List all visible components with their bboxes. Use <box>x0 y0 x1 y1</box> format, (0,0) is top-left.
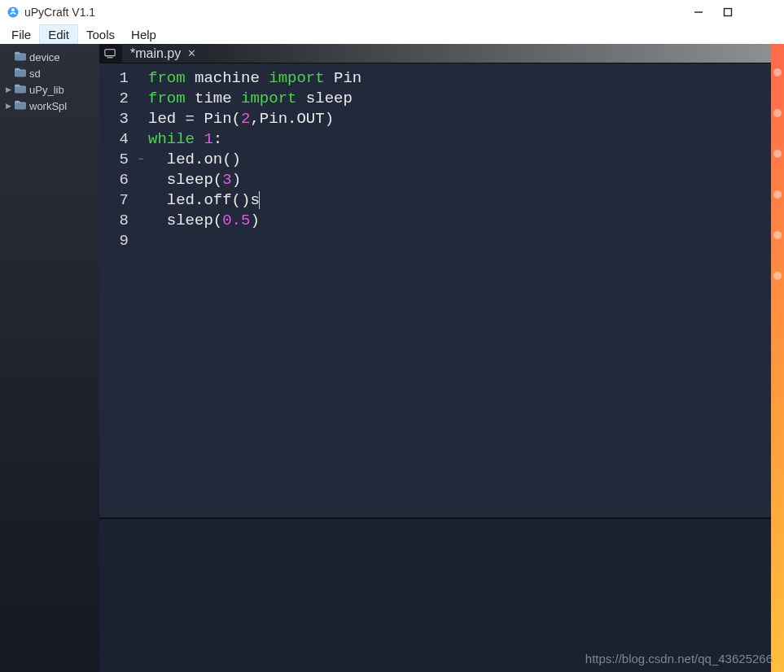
code-line[interactable]: led.off()s <box>148 190 361 211</box>
folder-icon <box>15 100 26 112</box>
code-line[interactable]: while 1: <box>148 129 361 150</box>
line-number: 6 <box>99 170 129 190</box>
expand-arrow-icon[interactable]: ▶ <box>5 102 11 110</box>
line-number: 7 <box>99 190 129 211</box>
svg-rect-3 <box>725 9 732 16</box>
tabstrip: *main.py ✕ <box>99 44 771 63</box>
svg-rect-9 <box>15 103 26 109</box>
tab-main-py[interactable]: *main.py ✕ <box>122 45 203 63</box>
line-number: 5 <box>99 150 129 170</box>
right-tool-2[interactable] <box>773 109 782 117</box>
line-number: 1 <box>99 68 129 89</box>
code-line[interactable]: sleep(0.5) <box>148 211 361 231</box>
right-tool-5[interactable] <box>773 231 782 239</box>
menubar: File Edit Tools Help <box>0 24 784 44</box>
svg-point-1 <box>11 8 15 11</box>
maximize-button[interactable] <box>722 7 734 18</box>
code-editor[interactable]: 123456789 − from machine import Pinfrom … <box>99 63 771 517</box>
svg-rect-7 <box>15 70 26 76</box>
tree-item-uPy_lib[interactable]: ▶uPy_lib <box>0 81 99 98</box>
code-line[interactable]: from machine import Pin <box>148 68 361 89</box>
expand-arrow-icon[interactable]: ▶ <box>5 85 11 94</box>
menu-help[interactable]: Help <box>123 24 164 44</box>
tab-label: *main.py <box>130 46 181 61</box>
right-tool-4[interactable] <box>773 190 782 199</box>
svg-rect-8 <box>15 86 26 93</box>
right-tool-1[interactable] <box>773 68 782 76</box>
line-gutter: 123456789 <box>99 63 135 517</box>
tree-item-label: uPy_lib <box>29 84 64 96</box>
svg-rect-6 <box>15 54 26 60</box>
text-cursor <box>259 191 260 209</box>
fold-toggle-icon[interactable]: − <box>135 150 147 170</box>
svg-rect-10 <box>105 49 115 55</box>
right-toolbar <box>771 44 784 672</box>
menu-edit[interactable]: Edit <box>39 24 78 44</box>
tree-item-label: workSpl <box>29 100 67 112</box>
app-icon <box>7 6 20 19</box>
folder-icon <box>15 51 26 63</box>
file-tree: devicesd▶uPy_lib▶workSpl <box>0 44 99 672</box>
device-icon[interactable] <box>101 45 119 63</box>
titlebar: uPyCraft V1.1 <box>0 0 784 24</box>
line-number: 3 <box>99 109 129 129</box>
menu-file[interactable]: File <box>3 24 39 44</box>
tree-item-label: sd <box>29 68 41 80</box>
line-number: 9 <box>99 231 129 251</box>
line-number: 4 <box>99 129 129 150</box>
code-area[interactable]: from machine import Pinfrom time import … <box>147 63 361 517</box>
code-line[interactable]: sleep(3) <box>148 170 361 190</box>
console-panel[interactable] <box>99 517 771 672</box>
window-controls <box>693 7 777 18</box>
right-tool-6[interactable] <box>773 272 782 280</box>
tree-item-workSpl[interactable]: ▶workSpl <box>0 98 99 114</box>
folder-icon <box>15 68 26 80</box>
line-number: 8 <box>99 211 129 231</box>
folder-icon <box>15 84 26 96</box>
code-line[interactable]: led = Pin(2,Pin.OUT) <box>148 109 361 129</box>
tree-item-device[interactable]: device <box>0 49 99 65</box>
tree-item-label: device <box>29 51 60 63</box>
line-number: 2 <box>99 89 129 109</box>
menu-tools[interactable]: Tools <box>78 24 123 44</box>
editor-column: *main.py ✕ 123456789 − from machine impo… <box>99 44 771 672</box>
fold-column: − <box>135 63 147 517</box>
code-line[interactable]: from time import sleep <box>148 89 361 109</box>
minimize-button[interactable] <box>693 7 704 18</box>
window-title: uPyCraft V1.1 <box>24 6 693 19</box>
close-icon[interactable]: ✕ <box>187 47 196 59</box>
tree-item-sd[interactable]: sd <box>0 65 99 81</box>
main-area: devicesd▶uPy_lib▶workSpl *main.py ✕ 1234… <box>0 44 784 672</box>
code-line[interactable]: led.on() <box>148 150 361 170</box>
right-tool-3[interactable] <box>773 150 782 158</box>
